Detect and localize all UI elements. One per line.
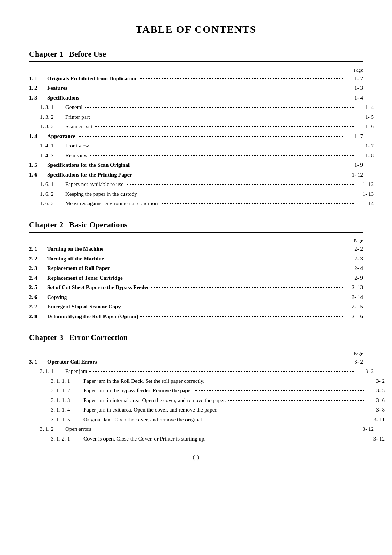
entry-label: Turning off the Machine bbox=[47, 255, 104, 263]
entry-label: Copying bbox=[47, 293, 67, 301]
entry-page: 3- 2 bbox=[345, 358, 363, 366]
entry-number: 2. 7 bbox=[29, 303, 47, 311]
entry-page: 2- 2 bbox=[345, 245, 363, 253]
toc-entry: 1. 3. 3Scanner part1- 6 bbox=[40, 122, 374, 131]
toc-entry: 3. 1. 2Open errors3- 12 bbox=[40, 425, 374, 433]
page-label-row-1: Page bbox=[29, 66, 363, 74]
entry-page: 3- 12 bbox=[367, 435, 385, 443]
entry-dots bbox=[81, 98, 343, 98]
entry-label: Paper jam in exit area. Open the cover, … bbox=[83, 406, 217, 414]
chapter-section-3: Chapter 3Error CorrectionPage3. 1Operato… bbox=[29, 331, 363, 443]
entry-page: 3- 2 bbox=[356, 367, 374, 376]
entry-number: 1. 6. 1 bbox=[40, 180, 65, 189]
entry-number: 2. 2 bbox=[29, 255, 47, 263]
toc-entry: 3. 1. 1. 1Paper jam in the Roll Deck. Se… bbox=[51, 377, 385, 385]
entry-page: 1- 6 bbox=[356, 122, 374, 131]
entry-label: Cover is open. Close the Cover. or Print… bbox=[83, 435, 205, 443]
entry-page: 3- 11 bbox=[367, 416, 385, 424]
entry-number: 3. 1. 1 bbox=[40, 367, 65, 376]
entry-dots bbox=[139, 78, 343, 79]
entry-number: 3. 1. 1. 3 bbox=[51, 396, 83, 405]
chapter-label-3: Chapter 3 bbox=[29, 331, 63, 343]
chapter-label-2: Chapter 2 bbox=[29, 219, 63, 231]
entry-page: 2- 9 bbox=[345, 274, 363, 282]
entry-label: Papers not available to use bbox=[65, 180, 123, 189]
entry-dots bbox=[92, 117, 354, 117]
entry-label: Appearance bbox=[47, 132, 75, 141]
toc-entry: 2. 5Set of Cut Sheet Paper to the Bypass… bbox=[29, 283, 363, 292]
entry-dots bbox=[132, 165, 343, 165]
entry-label: Replacement of Roll Paper bbox=[47, 264, 110, 272]
toc-entry: 1. 4. 1Front view1- 7 bbox=[40, 142, 374, 150]
entry-dots bbox=[93, 429, 354, 429]
entry-dots bbox=[139, 194, 354, 194]
entry-dots bbox=[106, 259, 343, 259]
chapter-section-2: Chapter 2Basic OperationsPage2. 1Turning… bbox=[29, 219, 363, 321]
entry-dots bbox=[89, 371, 354, 372]
entry-page: 1- 3 bbox=[345, 84, 363, 92]
entry-page: 2- 3 bbox=[345, 255, 363, 263]
toc-entry: 1. 6Specifications for the Printing Pape… bbox=[29, 171, 363, 179]
entry-number: 1. 3. 1 bbox=[40, 103, 65, 112]
toc-entry: 3. 1Operator Call Errors3- 2 bbox=[29, 358, 363, 366]
entry-page: 3- 5 bbox=[367, 386, 385, 395]
entry-number: 1. 4. 1 bbox=[40, 142, 65, 150]
toc-entry: 1. 6. 1Papers not available to use1- 12 bbox=[40, 180, 374, 189]
entry-page: 2- 13 bbox=[345, 283, 363, 292]
entry-dots bbox=[99, 362, 343, 362]
entry-dots bbox=[112, 268, 343, 268]
entry-label: Operator Call Errors bbox=[47, 358, 97, 366]
toc-entry: 2. 4Replacement of Toner Cartridge2- 9 bbox=[29, 274, 363, 282]
entry-page: 2- 15 bbox=[345, 303, 363, 311]
entry-dots bbox=[206, 420, 364, 420]
entry-dots bbox=[106, 249, 343, 249]
footer-page-number: (1) bbox=[29, 454, 363, 461]
entry-number: 1. 2 bbox=[29, 84, 47, 92]
toc-entry: 1. 6. 2Keeping the paper in the custody1… bbox=[40, 190, 374, 198]
chapter-header-3: Chapter 3Error Correction bbox=[29, 331, 363, 345]
page-label-row-2: Page bbox=[29, 237, 363, 244]
entry-page: 1- 14 bbox=[356, 199, 374, 208]
toc-entry: 3. 1. 2. 1Cover is open. Close the Cover… bbox=[51, 435, 385, 443]
entry-number: 1. 5 bbox=[29, 161, 47, 169]
entry-dots bbox=[126, 184, 354, 185]
toc-entry: 3. 1. 1. 5Original Jam. Open the cover, … bbox=[51, 416, 385, 424]
entry-page: 1- 9 bbox=[345, 161, 363, 169]
entry-dots bbox=[151, 287, 343, 288]
entry-number: 2. 3 bbox=[29, 264, 47, 272]
entry-label: Replacement of Toner Cartridge bbox=[47, 274, 123, 282]
toc-entry: 1. 6. 3Measures against environmental co… bbox=[40, 199, 374, 208]
entry-label: Front view bbox=[65, 142, 89, 150]
entry-dots bbox=[125, 278, 343, 278]
entry-dots bbox=[134, 175, 343, 175]
entry-number: 3. 1. 2. 1 bbox=[51, 435, 83, 443]
entry-number: 2. 1 bbox=[29, 245, 47, 253]
toc-entry: 2. 6Copying2- 14 bbox=[29, 293, 363, 301]
entry-number: 1. 3. 2 bbox=[40, 113, 65, 121]
toc-entry: 2. 8Dehumidifying the Roll Paper (Option… bbox=[29, 312, 363, 321]
toc-entry: 1. 3. 1General1- 4 bbox=[40, 103, 374, 112]
entry-label: Set of Cut Sheet Paper to the Bypass Fee… bbox=[47, 283, 149, 292]
entry-label: Keeping the paper in the custody bbox=[65, 190, 137, 198]
entry-number: 3. 1. 1. 2 bbox=[51, 386, 83, 395]
entry-number: 1. 4. 2 bbox=[40, 151, 65, 160]
entry-dots bbox=[70, 88, 343, 88]
entry-label: Specifications for the Scan Original bbox=[47, 161, 130, 169]
entry-page: 1- 7 bbox=[356, 142, 374, 150]
entry-label: General bbox=[65, 103, 82, 112]
toc-entry: 1. 3Specifications1- 4 bbox=[29, 94, 363, 102]
toc-entry: 1. 4. 2Rear view1- 8 bbox=[40, 151, 374, 160]
entry-dots bbox=[90, 155, 354, 156]
entry-dots bbox=[160, 203, 354, 204]
entry-number: 2. 4 bbox=[29, 274, 47, 282]
toc-entry: 1. 2Features1- 3 bbox=[29, 84, 363, 92]
entry-dots bbox=[207, 381, 364, 381]
entry-label: Printer part bbox=[65, 113, 90, 121]
entry-dots bbox=[140, 316, 343, 317]
entry-dots bbox=[195, 390, 364, 391]
entry-label: Paper jam in internal area. Open the cov… bbox=[83, 396, 226, 405]
entry-number: 1. 3 bbox=[29, 94, 47, 102]
toc-entry: 2. 7Emergent Stop of Scan or Copy2- 15 bbox=[29, 303, 363, 311]
toc-entry: 1. 3. 2Printer part1- 5 bbox=[40, 113, 374, 121]
entry-page: 1- 4 bbox=[345, 94, 363, 102]
